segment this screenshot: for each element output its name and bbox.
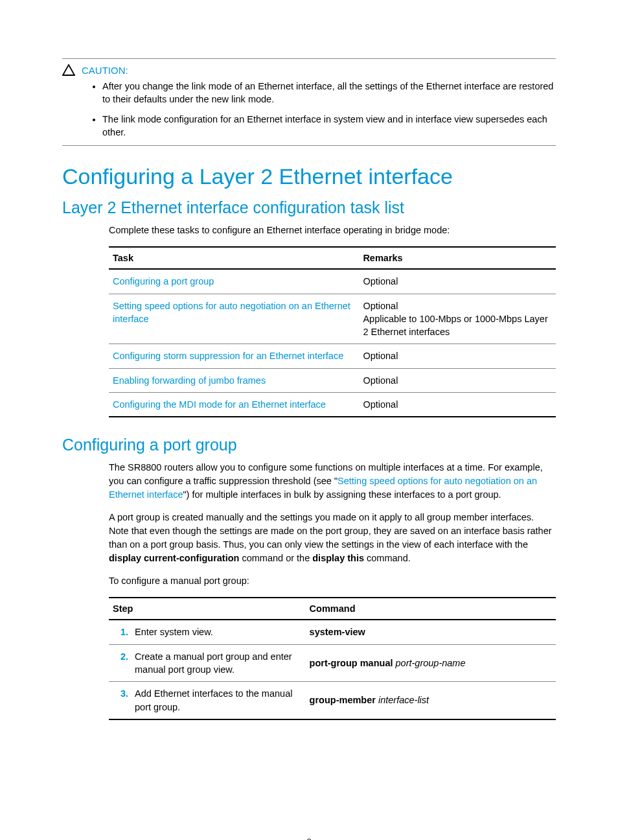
task-remark: Optional [359, 368, 556, 392]
step-number: 3. [113, 687, 135, 714]
caution-bullets: After you change the link mode of an Eth… [102, 80, 556, 139]
step-cell: 2. Create a manual port group and enter … [109, 644, 306, 682]
command-cell: group-member interface-list [306, 682, 556, 719]
task-table: Task Remarks Configuring a port group Op… [109, 246, 556, 417]
step-cell: 1. Enter system view. [109, 620, 306, 644]
task-link[interactable]: Configuring the MDI mode for an Ethernet… [109, 392, 359, 417]
command-name: display this [312, 553, 364, 563]
command-bold: system-view [310, 627, 365, 637]
intro-paragraph: Complete these tasks to configure an Eth… [109, 224, 556, 237]
step-cell: 3. Add Ethernet interfaces to the manual… [109, 682, 306, 719]
task-link[interactable]: Configuring a port group [109, 269, 359, 294]
table-row: 1. Enter system view. system-view [109, 620, 556, 644]
table-row: 3. Add Ethernet interfaces to the manual… [109, 682, 556, 719]
task-remark: Optional Applicable to 100-Mbps or 1000-… [359, 294, 556, 344]
text: A port group is created manually and the… [109, 512, 552, 550]
table-row: Setting speed options for auto negotiati… [109, 294, 556, 344]
task-link[interactable]: Setting speed options for auto negotiati… [109, 294, 359, 344]
text: ") for multiple interfaces in bulk by as… [183, 489, 501, 500]
command-arg: port-group-name [396, 658, 466, 668]
task-link[interactable]: Configuring storm suppression for an Eth… [109, 344, 359, 368]
task-remark: Optional [359, 344, 556, 368]
caution-bullet-2: The link mode configuration for an Ether… [102, 113, 556, 139]
command-cell: system-view [306, 620, 556, 644]
section-title-portgroup: Configuring a port group [62, 436, 556, 454]
task-link[interactable]: Enabling forwarding of jumbo frames [109, 368, 359, 392]
portgroup-para-3: To configure a manual port group: [109, 574, 556, 588]
table-row: 2. Create a manual port group and enter … [109, 644, 556, 682]
portgroup-para-2: A port group is created manually and the… [109, 511, 556, 565]
step-table: Step Command 1. Enter system view. syste… [109, 597, 556, 719]
command-header: Command [306, 598, 556, 620]
remarks-header: Remarks [359, 247, 556, 269]
text: command. [364, 553, 411, 563]
page-title: Configuring a Layer 2 Ethernet interface [62, 164, 556, 189]
caution-label: CAUTION: [82, 65, 128, 76]
command-bold: group-member [310, 695, 378, 705]
portgroup-para-1: The SR8800 routers allow you to configur… [109, 461, 556, 502]
section-title-tasklist: Layer 2 Ethernet interface configuration… [62, 198, 556, 217]
command-cell: port-group manual port-group-name [306, 644, 556, 682]
table-row: Enabling forwarding of jumbo frames Opti… [109, 368, 556, 392]
table-row: Configuring the MDI mode for an Ethernet… [109, 392, 556, 417]
task-remark: Optional [359, 269, 556, 294]
command-bold: port-group manual [310, 658, 396, 668]
table-row: Configuring a port group Optional [109, 269, 556, 294]
step-text: Add Ethernet interfaces to the manual po… [135, 687, 302, 714]
text: command or the [239, 553, 312, 563]
task-header: Task [109, 247, 359, 269]
caution-box: CAUTION: After you change the link mode … [62, 58, 556, 146]
step-header: Step [109, 598, 306, 620]
step-number: 1. [113, 625, 135, 638]
caution-icon [62, 64, 75, 76]
page-number: 8 [62, 837, 556, 840]
command-name: display current-configuration [109, 553, 239, 563]
step-number: 2. [113, 650, 135, 677]
task-remark: Optional [359, 392, 556, 417]
command-arg: interface-list [378, 695, 429, 705]
table-row: Configuring storm suppression for an Eth… [109, 344, 556, 368]
caution-bullet-1: After you change the link mode of an Eth… [102, 80, 556, 106]
step-text: Create a manual port group and enter man… [135, 650, 302, 677]
step-text: Enter system view. [135, 625, 302, 638]
